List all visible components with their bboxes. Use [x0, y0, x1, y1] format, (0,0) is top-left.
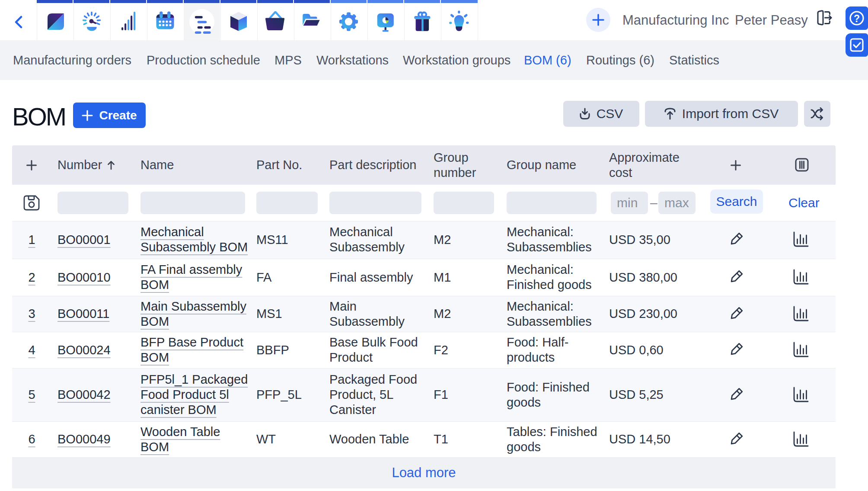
- svg-text:?: ?: [854, 13, 860, 24]
